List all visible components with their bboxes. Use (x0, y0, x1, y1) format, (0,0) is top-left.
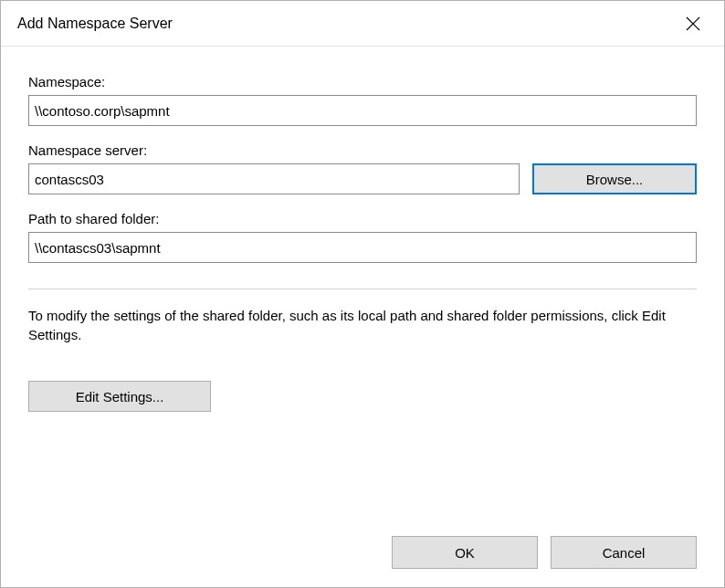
namespace-label: Namespace: (28, 74, 697, 89)
window-title: Add Namespace Server (17, 16, 173, 32)
dialog-window: Add Namespace Server Namespace: \\contos… (0, 0, 725, 588)
server-input[interactable] (28, 163, 520, 194)
path-label: Path to shared folder: (28, 211, 697, 226)
namespace-group: Namespace: \\contoso.corp\sapmnt (28, 74, 697, 126)
titlebar: Add Namespace Server (1, 1, 724, 47)
cancel-button[interactable]: Cancel (551, 536, 697, 569)
server-label: Namespace server: (28, 142, 697, 158)
ok-button[interactable]: OK (392, 536, 538, 569)
spacer (28, 412, 697, 518)
divider (28, 289, 697, 289)
help-text: To modify the settings of the shared fol… (28, 306, 697, 344)
close-button[interactable] (678, 9, 708, 38)
browse-button[interactable]: Browse... (532, 163, 697, 194)
footer-buttons: OK Cancel (28, 518, 697, 569)
path-value: \\contascs03\sapmnt (28, 232, 697, 263)
path-group: Path to shared folder: \\contascs03\sapm… (28, 211, 697, 263)
edit-settings-button[interactable]: Edit Settings... (28, 381, 211, 412)
namespace-value: \\contoso.corp\sapmnt (28, 95, 697, 126)
close-icon (686, 16, 700, 31)
dialog-content: Namespace: \\contoso.corp\sapmnt Namespa… (1, 47, 724, 587)
server-group: Namespace server: Browse... (28, 142, 697, 194)
